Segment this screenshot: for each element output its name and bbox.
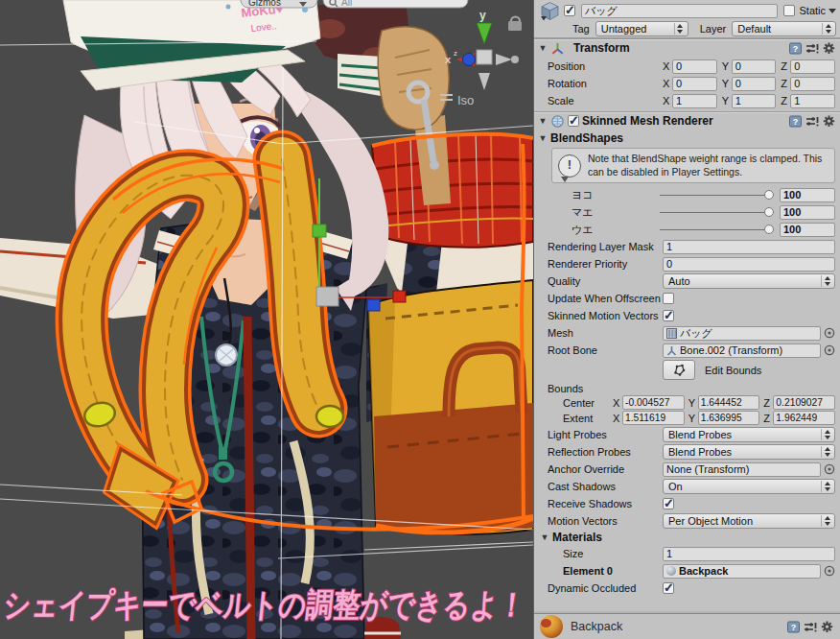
dynamic-occluded-checkbox[interactable] — [663, 582, 674, 594]
motion-vectors-dropdown[interactable]: Per Object Motion — [663, 513, 835, 529]
help-icon[interactable]: ? — [789, 42, 802, 55]
active-checkbox[interactable] — [564, 5, 575, 16]
skinned-mesh-renderer-component: ▼ Skinned Mesh Renderer ? ▼ BlendShapes … — [534, 111, 840, 596]
dynamic-occluded-row: Dynamic Occluded — [534, 580, 840, 596]
bounds-extent-z-field[interactable]: 1.962449 — [773, 411, 835, 425]
object-picker-icon[interactable] — [824, 344, 835, 356]
transform-title: Transform — [573, 41, 630, 55]
cast-shadows-row: Cast Shadows On — [534, 479, 840, 494]
bounds-center-y-field[interactable]: 1.644452 — [698, 395, 760, 410]
root-bone-row: Root Bone Bone.002 (Transform) — [534, 343, 840, 358]
materials-foldout[interactable]: ▼ — [540, 532, 549, 542]
rendering-layer-mask-field[interactable]: 1 — [663, 240, 835, 254]
cast-shadows-dropdown[interactable]: On — [663, 479, 835, 494]
quality-dropdown[interactable]: Auto — [663, 273, 835, 289]
scale-z-field[interactable]: 1 — [790, 94, 835, 108]
anchor-override-object-field[interactable]: None (Transform) — [663, 462, 821, 477]
help-icon[interactable]: ? — [789, 115, 802, 128]
light-probes-dropdown[interactable]: Blend Probes — [663, 427, 835, 442]
edit-bounds-button[interactable] — [663, 360, 695, 380]
edit-bounds-row: Edit Bounds — [534, 360, 840, 380]
update-when-offscreen-checkbox[interactable] — [663, 293, 674, 304]
renderer-priority-field[interactable]: 0 — [663, 257, 835, 272]
object-picker-icon[interactable] — [824, 463, 835, 475]
bounds-center-z-field[interactable]: 0.2109027 — [773, 395, 835, 410]
smr-foldout[interactable]: ▼ — [538, 116, 548, 126]
rotation-z-field[interactable]: 0 — [790, 77, 835, 91]
static-checkbox[interactable] — [783, 5, 795, 16]
skinned-motion-vectors-row: Skinned Motion Vectors — [534, 308, 840, 323]
warning-icon: ! — [558, 154, 581, 178]
strap-button-right — [316, 406, 343, 427]
material-name: Backpack — [571, 620, 622, 633]
blendshape-slider[interactable] — [660, 223, 774, 236]
material-preview-header[interactable]: Backpack ? — [534, 613, 840, 639]
scene-view[interactable]: MoKu♥ Love.. — [0, 0, 533, 639]
preset-icon[interactable] — [805, 115, 819, 128]
transform-component: ▼ Transform ? Position X0 Y0 Z0 Rotation — [534, 38, 840, 108]
bounds-extent-row: Extent X1.511619 Y1.636995 Z1.962449 — [534, 411, 840, 425]
scale-row: Scale X1 Y1 Z1 — [534, 93, 840, 108]
static-dropdown-icon[interactable] — [828, 9, 836, 13]
blendshape-value-field[interactable]: 100 — [780, 205, 835, 220]
bounds-center-x-field[interactable]: -0.004527 — [622, 395, 685, 410]
gear-icon[interactable] — [823, 42, 836, 55]
transform-ref-icon — [666, 345, 677, 356]
transform-foldout[interactable]: ▼ — [538, 43, 548, 53]
materials-title: Materials — [552, 531, 602, 544]
position-y-field[interactable]: 0 — [732, 59, 777, 74]
scale-y-field[interactable]: 1 — [732, 94, 777, 108]
materials-size-row: Size 1 — [534, 546, 840, 561]
bounds-label-row: Bounds — [534, 382, 840, 394]
name-field[interactable]: バッグ — [581, 4, 778, 18]
smr-enabled-checkbox[interactable] — [568, 115, 579, 127]
object-picker-icon[interactable] — [824, 565, 835, 577]
gizmo-y-label: y — [479, 9, 486, 22]
skinned-motion-vectors-checkbox[interactable] — [663, 310, 674, 321]
mesh-object-field[interactable]: バッグ — [663, 326, 821, 341]
element0-object-field[interactable]: Backpack — [663, 564, 821, 579]
help-icon[interactable]: ? — [787, 621, 800, 633]
materials-element0-row: Element 0 Backpack — [534, 563, 840, 579]
motion-vectors-row: Motion Vectors Per Object Motion — [534, 513, 840, 529]
update-when-offscreen-row: Update When Offscreen — [534, 291, 840, 306]
blendshape-row: ウエ 100 — [534, 222, 840, 237]
preset-icon[interactable] — [804, 621, 817, 633]
position-z-field[interactable]: 0 — [790, 59, 835, 74]
unity-editor-window: { "scene": { "toolbar": { "gizmos_label"… — [0, 0, 840, 639]
scale-x-field[interactable]: 1 — [672, 94, 717, 108]
object-picker-icon[interactable] — [824, 327, 835, 339]
preset-icon[interactable] — [805, 42, 819, 55]
blendshape-value-field[interactable]: 100 — [780, 188, 835, 202]
layer-dropdown[interactable]: Default — [732, 21, 836, 36]
bounds-extent-y-field[interactable]: 1.636995 — [698, 411, 760, 425]
gameobject-cube-icon[interactable] — [540, 1, 560, 21]
rotation-x-field[interactable]: 0 — [672, 77, 717, 91]
smr-title: Skinned Mesh Renderer — [582, 114, 713, 128]
blendshape-slider[interactable] — [660, 205, 774, 219]
gizmo-x-label: x — [445, 54, 452, 65]
materials-size-field[interactable]: 1 — [663, 547, 835, 561]
material-preview-sphere — [540, 615, 563, 638]
blendshape-note: ! Note that BlendShape weight range is c… — [551, 148, 835, 183]
blendshape-value-field[interactable]: 100 — [780, 223, 835, 237]
reflection-probes-dropdown[interactable]: Blend Probes — [663, 444, 835, 460]
bounds-extent-x-field[interactable]: 1.511619 — [622, 411, 685, 425]
receive-shadows-checkbox[interactable] — [663, 498, 674, 509]
static-label: Static — [799, 5, 826, 16]
blendshape-row: マエ 100 — [534, 204, 840, 220]
scene-toolbar[interactable]: Gizmos All — [241, 0, 468, 8]
rotation-y-field[interactable]: 0 — [732, 77, 777, 91]
root-bone-object-field[interactable]: Bone.002 (Transform) — [663, 343, 821, 358]
edit-bounds-icon — [673, 364, 686, 376]
blendshape-slider[interactable] — [660, 188, 774, 201]
svg-text:?: ? — [793, 43, 799, 53]
edit-bounds-label: Edit Bounds — [705, 365, 761, 376]
position-x-field[interactable]: 0 — [672, 59, 717, 74]
tag-dropdown[interactable]: Untagged — [595, 21, 688, 36]
inspector-panel: バッグ Static Tag Untagged Layer Default ▼ — [533, 0, 840, 639]
gear-icon[interactable] — [821, 621, 834, 633]
blendshapes-foldout[interactable]: ▼ — [538, 133, 548, 143]
receive-shadows-row: Receive Shadows — [534, 496, 840, 511]
gear-icon[interactable] — [823, 115, 836, 128]
